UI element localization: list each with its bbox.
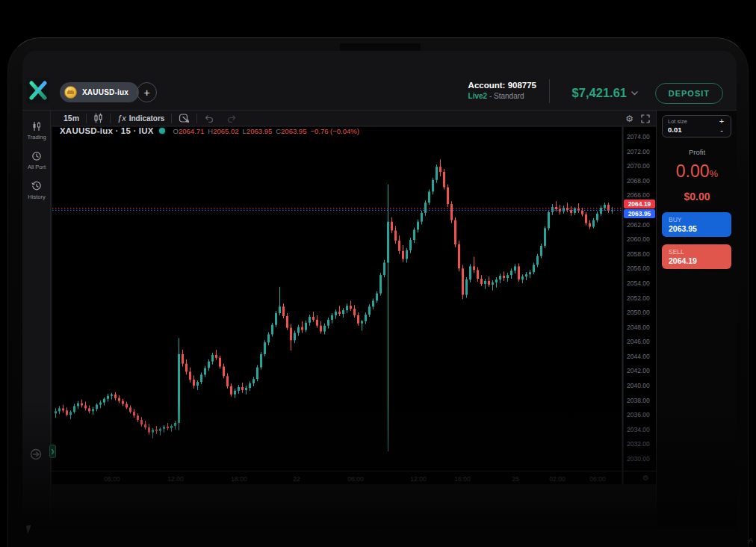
symbol-tab-label: XAUUSD-iux [82, 88, 128, 96]
balance-dropdown[interactable]: $7,421.61 [572, 86, 638, 100]
candle [279, 287, 281, 315]
sidebar: Trading All Port History [22, 111, 51, 529]
price-axis-label: 2074.00 [624, 133, 654, 140]
balance-amount: $7,421.61 [572, 86, 627, 100]
sidebar-item-label: History [28, 194, 45, 200]
toolbar-right: ⚙ [625, 111, 650, 126]
candle [264, 340, 266, 356]
candle [555, 201, 557, 211]
candle [357, 312, 359, 326]
candlestick-chart[interactable] [52, 127, 622, 484]
lot-size-box[interactable]: Lot size 0.01 + - [662, 115, 731, 137]
candle [200, 372, 202, 384]
candle [185, 359, 188, 375]
legend-ohlc: O2064.71 H2065.02 L2063.95 C2063.95 −0.7… [173, 127, 359, 135]
candle [525, 272, 527, 280]
legend-change: −0.76 (−0.04%) [310, 127, 359, 135]
candle [267, 333, 270, 346]
candle [275, 311, 277, 327]
candle [563, 205, 565, 214]
candle [140, 417, 143, 427]
candle [182, 350, 184, 367]
sell-button[interactable]: SELL 2064.19 [662, 244, 731, 269]
candle [577, 203, 580, 213]
candle [84, 402, 87, 411]
page-artifact-a: A [749, 537, 753, 544]
refresh-icon [28, 447, 43, 462]
candle [406, 248, 408, 263]
time-axis-settings-icon[interactable]: ⚙ [642, 474, 649, 482]
timeframe-button[interactable]: 15m [57, 114, 86, 123]
refresh-button[interactable] [28, 447, 43, 465]
candle [521, 274, 524, 283]
candlesticks-icon [31, 121, 42, 132]
price-axis[interactable]: 2074.002072.002070.002068.002066.002062.… [624, 127, 657, 484]
price-axis-label: 2066.00 [624, 191, 654, 199]
candle [196, 380, 199, 390]
candle [413, 227, 415, 243]
candle [66, 407, 68, 416]
price-tag: 2064.19 [624, 200, 655, 208]
deposit-button[interactable]: DEPOSIT [655, 83, 723, 104]
candle [335, 309, 337, 319]
time-axis[interactable]: ⚙ 06:0012:0018:002206:0012:0016:002502:0… [51, 471, 657, 486]
symbol-tab-xauusd[interactable]: XAUUSD-iux [60, 82, 139, 102]
candle [163, 425, 165, 433]
redo-button[interactable] [220, 114, 244, 123]
candle [365, 312, 367, 324]
sidebar-item-all-port[interactable]: All Port [22, 151, 51, 170]
price-axis-label: 2048.00 [624, 324, 654, 331]
add-symbol-button[interactable]: + [137, 82, 157, 102]
price-axis-separator [622, 127, 623, 484]
candle [447, 185, 449, 207]
indicators-button[interactable]: ƒx Indicators [111, 114, 171, 123]
profit-usd: $0.00 [657, 191, 737, 203]
candle [126, 402, 128, 410]
candle-style-icon [93, 113, 103, 123]
candle [204, 366, 206, 377]
sidebar-item-trading[interactable]: Trading [22, 121, 51, 140]
candle [484, 279, 486, 289]
candle [226, 373, 229, 389]
profit-percent: 0.00% [657, 161, 737, 182]
candle [424, 200, 427, 216]
candle [256, 365, 258, 382]
candle [409, 238, 412, 253]
chart-settings-button[interactable]: ⚙ [625, 114, 633, 124]
price-axis-label: 2044.00 [624, 353, 654, 360]
candle [241, 383, 244, 393]
sell-price: 2064.19 [669, 256, 725, 265]
price-axis-label: 2042.00 [624, 367, 654, 374]
legend-symbol: XAUUSD-iux · 15 · IUX [60, 126, 154, 135]
candle [271, 323, 273, 337]
candle [368, 304, 371, 317]
candle [536, 254, 539, 268]
candle [103, 398, 105, 406]
candle [495, 277, 498, 288]
candle [439, 159, 441, 176]
candle [492, 280, 494, 291]
undo-button[interactable] [197, 114, 220, 123]
watchlist-expander[interactable]: ❯ [49, 445, 56, 458]
candle [529, 270, 531, 278]
candle-style-button[interactable] [87, 113, 110, 123]
lot-decrease-button[interactable]: - [717, 126, 726, 135]
drawing-tools-button[interactable] [172, 113, 196, 123]
price-axis-label: 2032.00 [624, 440, 654, 448]
header-divider [549, 79, 550, 103]
candle [155, 426, 158, 434]
sidebar-item-history[interactable]: History [22, 181, 51, 200]
candle [462, 265, 464, 299]
buy-button[interactable]: BUY 2063.95 [662, 212, 731, 237]
candle [301, 321, 303, 333]
candle [391, 217, 393, 234]
candle [510, 268, 512, 279]
fullscreen-button[interactable] [641, 114, 650, 123]
price-axis-label: 2038.00 [624, 397, 654, 404]
time-axis-label: 06:00 [104, 475, 120, 483]
time-axis-label: 18:00 [231, 475, 247, 483]
candle [286, 313, 288, 330]
candle [297, 325, 300, 336]
candle [331, 313, 333, 324]
price-tag: 2063.95 [624, 209, 655, 218]
